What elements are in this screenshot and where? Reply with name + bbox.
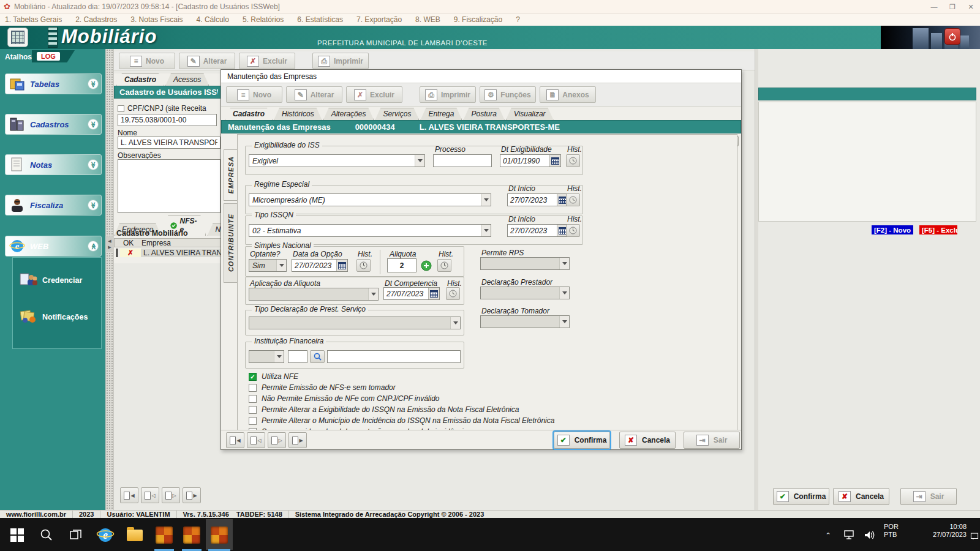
permite-rps-select[interactable]	[480, 257, 570, 270]
menu-calculo[interactable]: 4. Cálculo	[197, 15, 229, 24]
aliquota-add-button[interactable]	[420, 259, 433, 272]
close-button[interactable]: ✕	[962, 0, 980, 13]
table-row[interactable]: ✗ L. ALVES VIEIRA TRAN	[114, 247, 224, 258]
instituicao-tipo-select[interactable]	[249, 350, 284, 363]
maximize-button[interactable]: ❐	[943, 0, 962, 13]
sidebar-item-credenciar[interactable]: Credenciar	[19, 271, 82, 289]
regime-history-button[interactable]	[566, 193, 580, 206]
dlg-funcoes-button[interactable]: ⚙Funções	[480, 86, 536, 103]
simples-history-button[interactable]	[356, 259, 371, 272]
menu-tabelas-gerais[interactable]: 1. Tabelas Gerais	[5, 15, 62, 24]
tab-acessos[interactable]: Acessos	[165, 73, 209, 86]
dlg-confirma-button[interactable]: ✔ Confirma	[554, 432, 610, 449]
instituicao-codigo-input[interactable]	[288, 350, 307, 363]
dlg-tab-alteracoes[interactable]: Alterações	[323, 108, 374, 120]
action-center-button[interactable]	[970, 525, 979, 547]
grid-col-ok[interactable]: OK	[115, 239, 141, 247]
checkbox-row-nfse-sem-tomador[interactable]: Permite Emissão de NFS-e sem tomador	[249, 383, 396, 392]
chevron-down-icon[interactable]: ≫	[88, 159, 99, 170]
menu-cadastros[interactable]: 2. Cadastros	[75, 15, 117, 24]
regime-dt-inicio-input[interactable]: 27/07/2023	[507, 193, 568, 206]
tray-expand-button[interactable]: ⌃	[820, 524, 837, 546]
vtab-empresa[interactable]: EMPRESA	[224, 149, 237, 201]
sidebar-item-cadastros[interactable]: Cadastros ≫	[5, 114, 102, 135]
dlg-imprimir-button[interactable]: ⎙Imprimir	[420, 86, 476, 103]
menu-fiscalizacao[interactable]: 9. Fiscalização	[454, 15, 502, 24]
language-indicator[interactable]: PORPTB	[884, 523, 899, 539]
last-record-button[interactable]: ▶	[183, 487, 201, 503]
panel-splitter[interactable]	[105, 49, 114, 518]
taskbar-search-button[interactable]	[36, 524, 58, 546]
aliquota-input[interactable]: 2	[387, 258, 417, 272]
novo-button[interactable]: ≡ Novo	[119, 53, 175, 69]
sidebar-item-fiscaliza[interactable]: Fiscaliza ≫	[5, 195, 102, 216]
data-opcao-input[interactable]: 27/07/2023	[292, 259, 348, 272]
dlg-tab-entrega[interactable]: Entrega	[420, 108, 462, 120]
menu-estatisticas[interactable]: 6. Estatísticas	[297, 15, 343, 24]
dlg-cancela-button[interactable]: ✘ Cancela	[619, 432, 676, 449]
optante-select[interactable]: Sim	[249, 259, 287, 272]
main-sair-button[interactable]: ⇥ Sair	[900, 488, 957, 505]
checkbox-row-alterar-municipio[interactable]: Permite Alterar o Município de Incidênci…	[249, 416, 554, 425]
regime-select[interactable]: Microempresário (ME)	[249, 193, 491, 206]
menu-notas-fiscais[interactable]: 3. Notas Fiscais	[130, 15, 183, 24]
checkbox-icon[interactable]	[249, 417, 257, 425]
taskbar-explorer-button[interactable]	[124, 524, 146, 546]
taskbar-app3-button[interactable]	[208, 524, 230, 546]
network-icon[interactable]	[840, 524, 859, 546]
splitter-arrows[interactable]: ◀▶	[105, 236, 114, 252]
tipo-issqn-select[interactable]: 02 - Estimativa	[249, 224, 491, 237]
checkbox-icon[interactable]	[249, 384, 257, 392]
dlg-next-record-button[interactable]: ▷	[268, 432, 286, 448]
sidebar-item-web[interactable]: e WEB ≫	[5, 236, 102, 257]
instituicao-nome-input[interactable]	[327, 350, 461, 363]
volume-icon[interactable]	[860, 524, 878, 546]
prev-record-button[interactable]: ◁	[141, 487, 159, 503]
checkbox-row-cnpj-invalido[interactable]: Não Permite Emissão de NFe com CNPJ/CPF …	[249, 394, 440, 403]
start-button[interactable]	[6, 524, 28, 546]
main-cancela-button[interactable]: ✘ Cancela	[833, 488, 889, 505]
dlg-first-record-button[interactable]: ◀	[226, 432, 244, 448]
processo-input[interactable]	[433, 154, 492, 167]
dlg-last-record-button[interactable]: ▶	[288, 432, 307, 448]
checkbox-icon[interactable]	[249, 406, 257, 414]
declaracao-tomador-select[interactable]	[480, 315, 570, 328]
dlg-anexos-button[interactable]: 🗎Anexos	[540, 86, 596, 103]
power-button[interactable]	[944, 28, 960, 45]
chevron-down-icon[interactable]: ≫	[88, 119, 99, 130]
menu-relatorios[interactable]: 5. Relatórios	[243, 15, 284, 24]
calendar-icon[interactable]	[428, 288, 439, 299]
aplicacao-select[interactable]	[249, 288, 379, 301]
menu-web[interactable]: 8. WEB	[415, 15, 440, 24]
taskbar-ie-button[interactable]: e	[94, 524, 116, 546]
observacoes-textarea[interactable]	[118, 159, 221, 213]
dlg-alterar-button[interactable]: ✎Alterar	[286, 86, 342, 103]
checkbox-checked-icon[interactable]: ✓	[249, 373, 257, 381]
tipo-declaracao-select[interactable]	[249, 317, 461, 329]
aliquota-history-button[interactable]	[437, 259, 451, 272]
calendar-icon[interactable]	[336, 260, 347, 271]
calendar-icon[interactable]	[549, 155, 560, 167]
exigibilidade-history-button[interactable]	[566, 154, 580, 167]
cpf-checkbox[interactable]	[118, 105, 124, 112]
clock[interactable]: 10:0827/07/2023	[914, 523, 967, 539]
dlg-excluir-button[interactable]: ✗Excluir	[346, 86, 402, 103]
grid-col-empresa[interactable]: Empresa	[141, 239, 223, 247]
minimize-button[interactable]: —	[925, 0, 943, 13]
dt-competencia-input[interactable]: 27/07/2023	[383, 287, 440, 300]
sidebar-item-notas[interactable]: Notas ≫	[5, 154, 102, 175]
checkbox-icon[interactable]	[249, 395, 257, 403]
checkbox-row-alterar-exigibilidade[interactable]: Permite Alterar a Exigibilidade do ISSQN…	[249, 405, 519, 414]
dlg-tab-visualizar[interactable]: Visualizar	[506, 108, 554, 120]
checkbox-row-utiliza-nfe[interactable]: ✓ Utiliza NFE	[249, 372, 298, 381]
instituicao-search-button[interactable]	[310, 350, 325, 363]
imprimir-button[interactable]: ⎙ Imprimir	[312, 53, 369, 69]
menu-help[interactable]: ?	[516, 15, 520, 24]
taskbar-app1-button[interactable]	[153, 524, 175, 546]
dlg-novo-button[interactable]: ≡Novo	[226, 86, 282, 103]
tab-cadastro[interactable]: Cadastro	[116, 73, 164, 86]
first-record-button[interactable]: ◀	[120, 487, 138, 503]
task-view-button[interactable]	[65, 524, 87, 546]
excluir-button[interactable]: ✗ Excluir	[239, 53, 295, 69]
declaracao-prestador-select[interactable]	[480, 287, 570, 299]
